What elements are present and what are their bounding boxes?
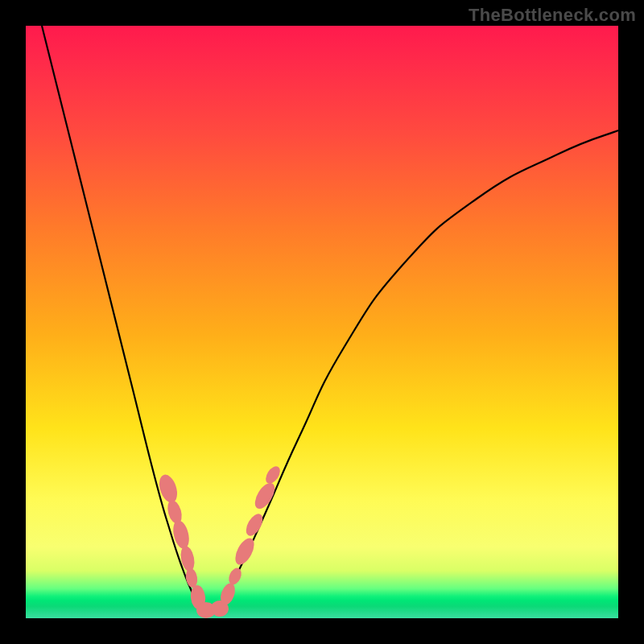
bead [179,545,196,572]
bead [184,568,199,588]
plot-area [26,26,618,618]
outer-frame: TheBottleneck.com [0,0,644,644]
beads-cluster [156,464,283,618]
curve-right-arm [211,130,618,615]
chart-svg [26,26,618,618]
bead [263,464,283,486]
bead [156,473,180,505]
bead [251,480,279,512]
bead [243,511,266,539]
watermark-text: TheBottleneck.com [469,5,636,26]
